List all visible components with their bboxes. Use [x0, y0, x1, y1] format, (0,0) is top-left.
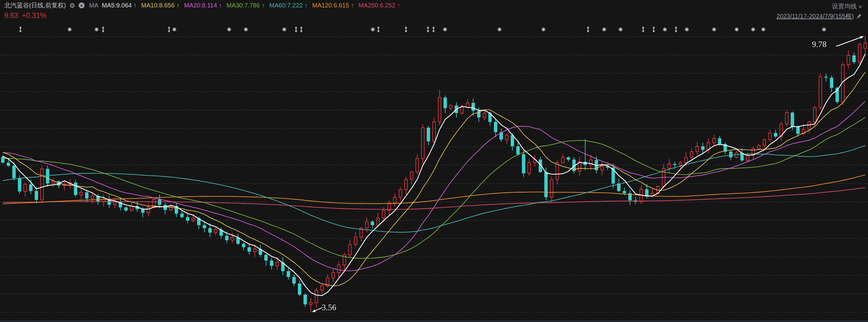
- trend-up-arrow-icon: ↑: [260, 2, 265, 9]
- pin-icon: [856, 13, 862, 19]
- date-range-control[interactable]: 2023/11/17-2024/7/9(155根): [776, 12, 862, 21]
- ma-legend-item: MA120:6.615 ↑: [312, 2, 354, 9]
- last-price: 9.63: [4, 11, 18, 20]
- gear-icon[interactable]: ⚙: [69, 2, 75, 9]
- low-price-label: 3.56: [322, 303, 336, 313]
- ma-legend: MA5:9.064 ↑MA10:8.656 ↑MA20:8.114 ↑MA30:…: [102, 2, 400, 9]
- ma-legend-item: MA5:9.064 ↑: [102, 2, 136, 9]
- ma-legend-item: MA10:8.656 ↑: [141, 2, 179, 9]
- ma-legend-item: MA250:6.252 ↑: [359, 2, 400, 9]
- chart-header: 北汽蓝谷(日线,前复权) ⚙ × MA MA5:9.064 ↑MA10:8.65…: [4, 1, 400, 9]
- settings-ma-dropdown[interactable]: 设置均线 ∨: [832, 2, 862, 10]
- date-range-label: 2023/11/17-2024/7/9(155根): [776, 12, 854, 21]
- trend-up-arrow-icon: ↑: [175, 2, 180, 9]
- trend-up-arrow-icon: ↑: [303, 2, 308, 9]
- high-price-label: 9.78: [812, 40, 827, 49]
- price-change: +0.31%: [22, 11, 46, 20]
- indicator-label: MA: [89, 2, 98, 9]
- close-icon[interactable]: ×: [79, 2, 85, 8]
- stock-title: 北汽蓝谷(日线,前复权): [4, 1, 66, 9]
- ma-legend-item: MA60:7.222 ↑: [270, 2, 308, 9]
- ma-legend-item: MA20:8.114 ↑: [184, 2, 222, 9]
- trend-up-arrow-icon: ↑: [349, 2, 354, 9]
- kline-app: { "header": { "title": "北汽蓝谷(日线,前复权)", "…: [0, 0, 868, 322]
- chevron-down-icon: ∨: [858, 4, 862, 9]
- settings-ma-label: 设置均线: [832, 2, 857, 10]
- ma-legend-item: MA30:7.786 ↑: [226, 2, 265, 9]
- price-row: 9.63 +0.31%: [4, 11, 46, 20]
- kline-chart-canvas[interactable]: [0, 0, 868, 322]
- trend-up-arrow-icon: ↑: [132, 2, 136, 9]
- trend-up-arrow-icon: ↑: [217, 2, 222, 9]
- trend-up-arrow-icon: ↑: [396, 2, 400, 9]
